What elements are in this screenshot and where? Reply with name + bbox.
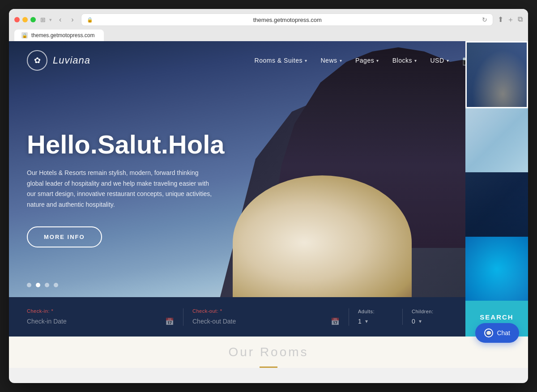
chevron-down-icon: ▾ xyxy=(419,318,422,324)
tab-title: themes.getmotopress.com xyxy=(31,32,94,38)
checkin-field: Check-in: * 📅 xyxy=(18,308,183,326)
thumb-image-3 xyxy=(465,172,528,237)
thumb-image-1 xyxy=(467,43,527,107)
thumb-item-3[interactable] xyxy=(465,172,528,237)
brand-name: Luviana xyxy=(53,55,90,66)
chevron-down-icon: ▾ xyxy=(447,58,449,63)
traffic-lights xyxy=(14,17,36,22)
titlebar: ⊞ ▾ ‹ › 🔒 themes.getmotopress.com ↻ ⬆ ＋ … xyxy=(14,13,523,26)
teaser-underline xyxy=(260,366,277,368)
required-asterisk: * xyxy=(220,308,222,314)
checkin-input[interactable] xyxy=(27,318,162,325)
slide-dot-1[interactable] xyxy=(27,283,31,287)
url-text: themes.getmotopress.com xyxy=(97,17,478,23)
tabs-icon[interactable]: ⧉ xyxy=(518,15,523,25)
close-traffic-light[interactable] xyxy=(14,17,20,22)
thumb-image-2 xyxy=(465,108,528,173)
more-info-button[interactable]: MORE INFO xyxy=(27,226,102,247)
hero-section: ✿ Luviana Rooms & Suites ▾ News ▾ Pages xyxy=(9,41,528,337)
minimize-traffic-light[interactable] xyxy=(22,17,28,22)
logo-icon: ✿ xyxy=(27,50,47,71)
required-asterisk: * xyxy=(51,308,54,314)
new-tab-icon[interactable]: ＋ xyxy=(507,15,514,25)
checkout-label: Check-out: * xyxy=(192,308,340,314)
thumbnail-gallery xyxy=(465,41,528,301)
checkout-input-wrapper: 📅 xyxy=(192,317,340,326)
hero-content: Hello.Salut.Hola Our Hotels & Resorts re… xyxy=(27,130,225,247)
sidebar-toggle-icon[interactable]: ⊞ xyxy=(40,16,46,23)
divider-icon: ▾ xyxy=(49,17,52,23)
checkout-field: Check-out: * 📅 xyxy=(183,308,349,326)
calendar-icon: 📅 xyxy=(331,317,340,326)
booking-bar: Check-in: * 📅 Check-out: * xyxy=(9,297,465,337)
browser-tab[interactable]: 🔒 themes.getmotopress.com xyxy=(14,30,104,41)
slide-dot-4[interactable] xyxy=(54,283,58,287)
nav-item-pages[interactable]: Pages ▾ xyxy=(355,57,379,64)
forward-button[interactable]: › xyxy=(68,15,76,25)
logo-char: ✿ xyxy=(34,55,41,65)
hero-subtitle: Our Hotels & Resorts remain stylish, mod… xyxy=(27,168,215,210)
adults-select-wrapper: 1 2 3 4 ▾ xyxy=(358,318,393,325)
lock-icon: 🔒 xyxy=(87,17,93,23)
back-button[interactable]: ‹ xyxy=(56,15,64,25)
tab-bar: 🔒 themes.getmotopress.com xyxy=(14,30,523,41)
children-select[interactable]: 0 1 2 3 xyxy=(412,318,415,325)
chevron-down-icon: ▾ xyxy=(340,58,342,63)
browser-controls: ⊞ ▾ xyxy=(40,16,52,23)
slide-dot-3[interactable] xyxy=(45,283,49,287)
checkin-input-wrapper: 📅 xyxy=(27,317,174,326)
nav-item-rooms[interactable]: Rooms & Suites ▾ xyxy=(255,57,307,64)
refresh-button[interactable]: ↻ xyxy=(482,16,487,23)
chevron-down-icon: ▾ xyxy=(305,58,307,63)
chevron-down-icon: ▾ xyxy=(365,318,368,324)
bottom-teaser: Our Rooms xyxy=(9,337,528,368)
hero-title: Hello.Salut.Hola xyxy=(27,130,225,159)
children-field: Children: 0 1 2 3 ▾ xyxy=(403,309,456,325)
browser-window: ⊞ ▾ ‹ › 🔒 themes.getmotopress.com ↻ ⬆ ＋ … xyxy=(9,9,528,383)
navbar: ✿ Luviana Rooms & Suites ▾ News ▾ Pages xyxy=(9,41,528,80)
website-content: ✿ Luviana Rooms & Suites ▾ News ▾ Pages xyxy=(9,41,528,383)
slide-dots xyxy=(27,283,58,287)
address-bar[interactable]: 🔒 themes.getmotopress.com ↻ xyxy=(81,13,493,26)
hero-dome xyxy=(233,175,412,310)
thumb-item-1[interactable] xyxy=(465,41,528,108)
thumb-item-4[interactable] xyxy=(465,237,528,301)
nav-item-blocks[interactable]: Blocks ▾ xyxy=(392,57,417,64)
calendar-icon: 📅 xyxy=(165,317,174,326)
adults-select[interactable]: 1 2 3 4 xyxy=(358,318,362,325)
chevron-down-icon: ▾ xyxy=(414,58,417,63)
adults-label: Adults: xyxy=(358,309,393,314)
chevron-down-icon: ▾ xyxy=(376,58,379,63)
browser-chrome: ⊞ ▾ ‹ › 🔒 themes.getmotopress.com ↻ ⬆ ＋ … xyxy=(9,9,528,41)
chat-bubble-icon: 💬 xyxy=(484,328,493,337)
nav-item-news[interactable]: News ▾ xyxy=(320,57,342,64)
checkout-input[interactable] xyxy=(192,318,327,325)
tab-favicon: 🔒 xyxy=(21,32,28,38)
thumb-image-4 xyxy=(465,237,528,301)
nav-menu: Rooms & Suites ▾ News ▾ Pages ▾ Blocks ▾ xyxy=(255,57,449,64)
nav-logo[interactable]: ✿ Luviana xyxy=(27,50,90,71)
checkin-label: Check-in: * xyxy=(27,308,174,314)
children-label: Children: xyxy=(412,309,448,314)
chat-button[interactable]: 💬 Chat xyxy=(475,323,519,343)
fullscreen-traffic-light[interactable] xyxy=(30,17,36,22)
browser-actions: ⬆ ＋ ⧉ xyxy=(498,15,523,25)
thumb-item-2[interactable] xyxy=(465,108,528,173)
children-select-wrapper: 0 1 2 3 ▾ xyxy=(412,318,448,325)
adults-field: Adults: 1 2 3 4 ▾ xyxy=(349,309,403,325)
slide-dot-2[interactable] xyxy=(36,283,40,287)
share-icon[interactable]: ⬆ xyxy=(498,15,503,25)
chat-label: Chat xyxy=(497,329,510,337)
nav-item-usd[interactable]: USD ▾ xyxy=(430,57,449,64)
teaser-text: Our Rooms xyxy=(228,345,308,359)
